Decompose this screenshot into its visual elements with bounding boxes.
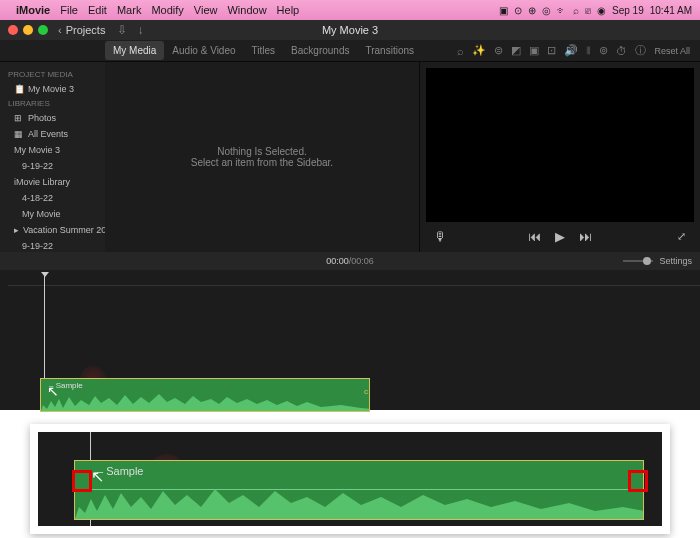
play-button[interactable]: ▶ (555, 229, 565, 244)
sidebar-item[interactable]: My Movie 3 (0, 142, 105, 158)
sidebar-item-allevents[interactable]: ▦All Events (0, 126, 105, 142)
projects-link[interactable]: Projects (66, 24, 106, 36)
time-total: 00:06 (351, 256, 374, 266)
empty-title: Nothing Is Selected. (217, 146, 307, 157)
sidebar-item[interactable]: My Movie (0, 206, 105, 222)
status-icon[interactable]: ⊙ (514, 5, 522, 16)
speed-icon[interactable]: ⏱ (616, 45, 627, 57)
sidebar-item-label: 4-18-22 (22, 193, 53, 203)
reset-all-button[interactable]: Reset All (654, 46, 690, 56)
window-titlebar: ‹ Projects ⇩ ↓ My Movie 3 (0, 20, 700, 40)
menu-file[interactable]: File (60, 4, 78, 16)
menubar-date[interactable]: Sep 19 (612, 5, 644, 16)
tab-backgrounds[interactable]: Backgrounds (283, 41, 357, 60)
search-icon[interactable]: ⌕ (457, 45, 464, 57)
status-icon[interactable]: ◎ (542, 5, 551, 16)
sidebar-header-project: PROJECT MEDIA (0, 68, 105, 81)
waveform (41, 391, 370, 411)
crop-icon[interactable]: ▣ (529, 44, 539, 57)
library-sidebar: PROJECT MEDIA 📋My Movie 3 LIBRARIES ⊞Pho… (0, 62, 105, 252)
sidebar-item[interactable]: 4-18-22 (0, 190, 105, 206)
clip-label: – Sample (97, 465, 143, 477)
minimize-button[interactable] (23, 25, 33, 35)
audio-clip[interactable]: ↖ – Sample (74, 460, 644, 520)
noise-icon[interactable]: ⊚ (599, 44, 608, 57)
sidebar-item-label: 9-19-22 (22, 161, 53, 171)
share-icon[interactable]: ↓ (137, 23, 143, 37)
sidebar-item[interactable]: 📋My Movie 3 (0, 81, 105, 97)
prev-button[interactable]: ⏮ (528, 229, 541, 244)
wifi-icon[interactable]: ᯤ (557, 5, 567, 16)
tab-transitions[interactable]: Transitions (357, 41, 422, 60)
sidebar-item[interactable]: ▸Vacation Summer 2022 (0, 222, 105, 238)
back-chevron-icon[interactable]: ‹ (58, 24, 62, 36)
sidebar-item-label: iMovie Library (14, 177, 70, 187)
search-icon[interactable]: ⌕ (573, 5, 579, 16)
zoom-button[interactable] (38, 25, 48, 35)
equalizer-icon[interactable]: ⫴ (586, 44, 591, 57)
sidebar-item-label: 9-19-22 (22, 241, 53, 251)
empty-subtitle: Select an item from the Sidebar. (191, 157, 333, 168)
sidebar-item[interactable]: 9-19-22 (0, 158, 105, 174)
time-current: 00:00 (326, 256, 349, 266)
status-icon[interactable]: ▣ (499, 5, 508, 16)
tab-audio-video[interactable]: Audio & Video (164, 41, 243, 60)
menu-edit[interactable]: Edit (88, 4, 107, 16)
timeline[interactable]: ↖ – Sample c (0, 270, 700, 410)
upper-pane: PROJECT MEDIA 📋My Movie 3 LIBRARIES ⊞Pho… (0, 62, 700, 252)
volume-icon[interactable]: 🔊 (564, 44, 578, 57)
enhance-icon[interactable]: ✨ (472, 44, 486, 57)
info-icon[interactable]: ⓘ (635, 43, 646, 58)
menu-help[interactable]: Help (277, 4, 300, 16)
import-icon[interactable]: ⇩ (117, 23, 127, 37)
sidebar-header-libraries: LIBRARIES (0, 97, 105, 110)
tab-titles[interactable]: Titles (244, 41, 284, 60)
playback-controls: 🎙 ⏮ ▶ ⏭ ⤢ (424, 224, 696, 248)
clip-label: – Sample (49, 381, 83, 390)
sidebar-item-label: My Movie (22, 209, 61, 219)
highlight-left-handle (72, 470, 92, 492)
video-preview[interactable] (426, 68, 694, 222)
sidebar-item-label: Photos (28, 113, 56, 123)
status-icon[interactable]: ⊕ (528, 5, 536, 16)
waveform (75, 483, 644, 519)
sidebar-item-label: My Movie 3 (14, 145, 60, 155)
stabilize-icon[interactable]: ⊡ (547, 44, 556, 57)
disclosure-icon: ▸ (14, 225, 19, 235)
sidebar-item-photos[interactable]: ⊞Photos (0, 110, 105, 126)
inset-timeline: ↖ – Sample (38, 432, 662, 526)
macos-menubar: iMovie File Edit Mark Modify View Window… (0, 0, 700, 20)
close-button[interactable] (8, 25, 18, 35)
media-browser: Nothing Is Selected. Select an item from… (105, 62, 420, 252)
menu-view[interactable]: View (194, 4, 218, 16)
sidebar-item-label: All Events (28, 129, 68, 139)
viewer-pane: 🎙 ⏮ ▶ ⏭ ⤢ (420, 62, 700, 252)
menu-modify[interactable]: Modify (151, 4, 183, 16)
siri-icon[interactable]: ◉ (597, 5, 606, 16)
sidebar-item[interactable]: iMovie Library (0, 174, 105, 190)
audio-clip[interactable]: ↖ – Sample c (40, 378, 370, 412)
menu-window[interactable]: Window (227, 4, 266, 16)
sidebar-item-label: My Movie 3 (28, 84, 74, 94)
voiceover-icon[interactable]: 🎙 (434, 229, 447, 244)
sidebar-item-label: Vacation Summer 2022 (23, 225, 105, 235)
photos-icon: ⊞ (14, 113, 24, 123)
zoom-slider[interactable] (623, 260, 653, 262)
next-button[interactable]: ⏭ (579, 229, 592, 244)
imovie-window: ‹ Projects ⇩ ↓ My Movie 3 My Media Audio… (0, 20, 700, 410)
settings-button[interactable]: Settings (659, 256, 692, 266)
control-center-icon[interactable]: ⎚ (585, 5, 591, 16)
tab-my-media[interactable]: My Media (105, 41, 164, 60)
sidebar-item[interactable]: 9-19-22 (0, 238, 105, 252)
app-name[interactable]: iMovie (16, 4, 50, 16)
timeline-ruler[interactable] (8, 278, 700, 286)
clapper-icon: 📋 (14, 84, 24, 94)
menu-mark[interactable]: Mark (117, 4, 141, 16)
menubar-time[interactable]: 10:41 AM (650, 5, 692, 16)
highlight-right-handle (628, 470, 648, 492)
fullscreen-icon[interactable]: ⤢ (677, 230, 686, 243)
color-balance-icon[interactable]: ⊜ (494, 44, 503, 57)
color-correct-icon[interactable]: ◩ (511, 44, 521, 57)
events-icon: ▦ (14, 129, 24, 139)
browser-tabs: My Media Audio & Video Titles Background… (105, 41, 422, 60)
